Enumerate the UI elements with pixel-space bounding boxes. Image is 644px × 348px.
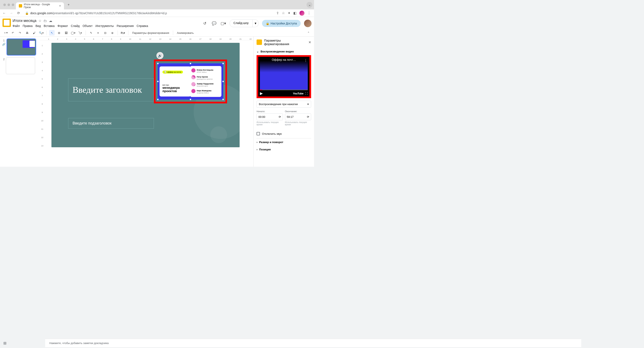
title-placeholder[interactable]: Введите заголовок: [68, 78, 154, 101]
select-tool[interactable]: ↖: [49, 30, 54, 35]
paint-format-button[interactable]: 🖌: [31, 30, 37, 35]
image-tool[interactable]: 🖼: [63, 30, 69, 35]
preview-title: Оффер на почт…: [272, 58, 296, 61]
video-preview[interactable]: Оффер на почт… ⋮ ▶ YouTube ⛶: [258, 57, 310, 96]
shape-tool[interactable]: ◯▾: [70, 30, 76, 35]
mute-checkbox[interactable]: [256, 132, 260, 135]
document-title[interactable]: Итоги месяца: [12, 18, 36, 23]
subtitle-placeholder[interactable]: Введите подзаголовок: [68, 118, 154, 129]
textbox-tool[interactable]: ⊞: [56, 30, 62, 35]
lock-icon: 🔒: [25, 11, 29, 15]
tab-close-icon[interactable]: ✕: [59, 4, 61, 7]
browser-menu-icon[interactable]: ⋮: [307, 11, 311, 15]
panel-title: Параметры форматирования: [264, 39, 306, 46]
menu-view[interactable]: Вид: [36, 24, 41, 27]
move-folder-icon[interactable]: 🗀: [44, 19, 47, 23]
youtube-logo: YouTube: [293, 92, 304, 95]
annotation-highlight-panel: Оффер на почт… ⋮ ▶ YouTube ⛶: [256, 55, 311, 98]
address-bar-row: ← → ⟳ 🔒 docs.google.com/presentation/d/1…: [0, 9, 314, 17]
slide-number: 2: [2, 57, 4, 61]
forward-button[interactable]: →: [9, 11, 14, 16]
transition-tool[interactable]: Рᵧ▾: [120, 30, 126, 35]
slideshow-dropdown[interactable]: ▾: [252, 19, 259, 27]
bookmark-icon[interactable]: ☆: [282, 11, 285, 15]
account-avatar[interactable]: [304, 20, 312, 27]
start-hint: Использовать текущее время: [256, 121, 283, 126]
start-time-input[interactable]: 00:00⟳: [256, 113, 283, 120]
history-icon[interactable]: ↺: [202, 20, 208, 26]
end-hint: Использовать текущее время: [285, 121, 311, 126]
side-panel-icon[interactable]: ◧: [293, 11, 296, 15]
cloud-status-icon[interactable]: ☁: [49, 19, 52, 23]
menu-object[interactable]: Объект: [82, 24, 93, 27]
close-panel-icon[interactable]: ✕: [308, 40, 311, 44]
slides-logo[interactable]: [2, 18, 11, 27]
print-button[interactable]: 🖶: [24, 30, 30, 35]
preview-menu-icon[interactable]: ⋮: [304, 58, 307, 62]
collapse-toolbar-icon[interactable]: ⌃: [306, 30, 311, 35]
section-size-rotate[interactable]: › Размер и поворот: [256, 138, 311, 146]
chevron-right-icon: ›: [256, 141, 258, 144]
slide-stage[interactable]: Введите заголовок Введите подзаголовок 🔊…: [52, 43, 240, 147]
section-position[interactable]: › Позиция: [256, 146, 311, 151]
annotation-highlight: 💬 оффер на почте всё про менеджера проек…: [154, 59, 227, 103]
comments-icon[interactable]: 💬: [211, 20, 217, 26]
menu-file[interactable]: Файл: [12, 24, 20, 27]
play-mode-dropdown[interactable]: Воспроизведение при нажатии▾: [256, 101, 311, 108]
refresh-icon[interactable]: ⟳: [307, 115, 309, 118]
format-panel-icon: [256, 39, 262, 45]
embedded-video[interactable]: 💬 оффер на почте всё про менеджера проек…: [158, 63, 223, 100]
menu-edit[interactable]: Правка: [22, 24, 32, 27]
mask-tool[interactable]: ⊕: [110, 30, 115, 35]
window-controls[interactable]: [2, 3, 16, 6]
audio-icon[interactable]: 🔊: [156, 52, 164, 59]
video-caption: всё про менеджера проектов: [162, 84, 180, 93]
new-slide-button[interactable]: ＋▾: [3, 30, 8, 35]
play-icon[interactable]: [185, 76, 196, 87]
browser-tab[interactable]: Итоги месяца - Google Презе ✕: [16, 2, 64, 9]
zoom-button[interactable]: 🔍▾: [38, 30, 44, 35]
chevron-down-icon: ▾: [307, 103, 309, 106]
line-tool[interactable]: ╲▾: [78, 30, 83, 35]
slide-thumbnail-2[interactable]: [6, 57, 35, 74]
menu-slide[interactable]: Слайд: [71, 24, 80, 27]
end-time-input[interactable]: 59:17⟳: [285, 113, 311, 120]
arrange-tool[interactable]: ⊟: [102, 30, 108, 35]
meet-icon[interactable]: ▢▾: [220, 20, 226, 26]
slide-number: 1: [2, 39, 4, 42]
pen-tool[interactable]: ✎: [88, 30, 94, 35]
tab-favicon: [19, 4, 22, 7]
section-video-playback[interactable]: ⌄ Воспроизведение видео: [256, 48, 311, 55]
back-button[interactable]: ←: [2, 11, 7, 16]
undo-button[interactable]: ↶: [10, 30, 16, 35]
preview-play-icon[interactable]: ▶: [260, 91, 263, 96]
share-page-icon[interactable]: ⇪: [276, 11, 279, 15]
format-options-button[interactable]: Параметры форматирования: [131, 31, 170, 34]
refresh-icon[interactable]: ⟳: [279, 115, 281, 118]
extensions-icon[interactable]: ✦: [288, 11, 290, 15]
slide-thumbnail-1[interactable]: [7, 39, 36, 55]
slideshow-button[interactable]: Слайд-шоу: [230, 19, 253, 27]
fullscreen-icon[interactable]: ⛶: [305, 92, 308, 95]
align-tool[interactable]: ≡: [95, 30, 101, 35]
menu-tools[interactable]: Инструменты: [96, 24, 114, 27]
lock-icon: 🔒: [266, 22, 269, 25]
tab-overflow-icon[interactable]: ⌄: [306, 2, 312, 8]
new-tab-button[interactable]: ＋: [66, 2, 72, 8]
star-icon[interactable]: ☆: [38, 19, 42, 23]
progress-bar[interactable]: [260, 90, 308, 90]
video-badge: 💬 оффер на почте: [162, 71, 183, 73]
reload-button[interactable]: ⟳: [16, 11, 21, 16]
format-options-panel: Параметры форматирования ✕ ⌄ Воспроизвед…: [254, 36, 314, 167]
menu-insert[interactable]: Вставка: [44, 24, 54, 27]
address-bar[interactable]: 🔒 docs.google.com/presentation/d/1-qp78z…: [23, 11, 274, 15]
menu-help[interactable]: Справка: [136, 24, 148, 27]
toolbar: ＋▾ ↶ ↷ 🖶 🖌 🔍▾ ↖ ⊞ 🖼 ◯▾ ╲▾ ✎ ≡ ⊟ ⊕ Рᵧ▾ Па…: [0, 29, 314, 36]
share-button[interactable]: 🔒 Настройки Доступа: [262, 20, 301, 27]
redo-button[interactable]: ↷: [17, 30, 22, 35]
animate-button[interactable]: Анимировать: [176, 31, 195, 34]
menu-extensions[interactable]: Расширения: [117, 24, 134, 27]
profile-avatar[interactable]: [300, 11, 304, 16]
canvas[interactable]: 1234567891011121314151617181920212223242…: [40, 36, 254, 167]
menu-format[interactable]: Формат: [58, 24, 68, 27]
